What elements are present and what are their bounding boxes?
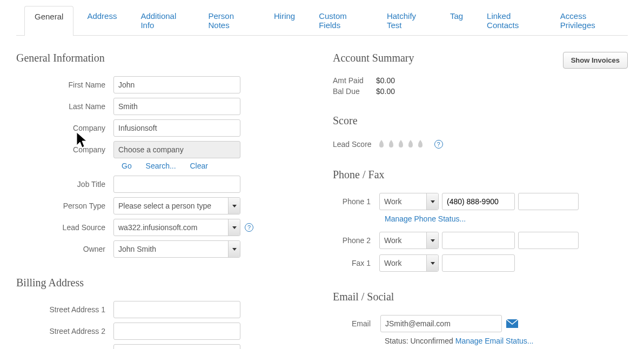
- flame-icon: [416, 139, 425, 150]
- job-title-input[interactable]: [113, 176, 240, 193]
- fax1-type-select[interactable]: Work: [379, 254, 439, 272]
- lead-source-select[interactable]: wa322.infusionsoft.com: [113, 219, 240, 236]
- street2-input[interactable]: [113, 323, 240, 340]
- phone1-type-select[interactable]: Work: [379, 193, 439, 210]
- phone2-input[interactable]: [442, 232, 515, 249]
- amt-paid-value: $0.00: [376, 76, 395, 85]
- company-go-link[interactable]: Go: [122, 162, 132, 170]
- fax1-label: Fax 1: [333, 259, 376, 267]
- amt-paid-label: Amt Paid: [333, 76, 376, 85]
- help-icon[interactable]: ?: [245, 223, 253, 232]
- tabs-bar: General Address Additional Info Person N…: [16, 5, 628, 36]
- email-status-text: Status: Unconfirmed: [385, 337, 455, 345]
- tab-general[interactable]: General: [24, 6, 73, 36]
- first-name-input[interactable]: [113, 76, 240, 93]
- company-picker[interactable]: Choose a company: [113, 141, 240, 158]
- phone1-label: Phone 1: [333, 197, 376, 206]
- billing-heading: Billing Address: [16, 277, 311, 289]
- mail-icon[interactable]: [506, 319, 518, 328]
- lead-score-label: Lead Score: [333, 140, 372, 149]
- fax1-input[interactable]: [442, 254, 515, 272]
- person-type-select[interactable]: Please select a person type: [113, 197, 240, 214]
- street1-input[interactable]: [113, 301, 240, 318]
- tab-tag[interactable]: Tag: [440, 5, 473, 35]
- flame-icon: [406, 139, 415, 150]
- lead-score-flames: [377, 139, 425, 150]
- company-label: Company: [16, 124, 113, 132]
- email-label: Email: [333, 319, 376, 328]
- person-type-label: Person Type: [16, 202, 113, 210]
- email-social-heading: Email / Social: [333, 291, 628, 303]
- tab-access-privileges[interactable]: Access Privileges: [550, 5, 625, 35]
- first-name-label: First Name: [16, 80, 113, 89]
- last-name-input[interactable]: [113, 98, 240, 115]
- account-summary-heading: Account Summary: [333, 52, 414, 64]
- street1-label: Street Address 1: [16, 305, 113, 314]
- tab-custom-fields[interactable]: Custom Fields: [308, 5, 373, 35]
- owner-label: Owner: [16, 245, 113, 253]
- email-input[interactable]: [380, 315, 502, 332]
- phone2-ext-input[interactable]: [518, 232, 579, 249]
- company-picker-text: Choose a company: [118, 145, 184, 154]
- help-icon[interactable]: ?: [434, 140, 443, 149]
- city-input[interactable]: [113, 344, 240, 349]
- flame-icon: [377, 139, 386, 150]
- street2-label: Street Address 2: [16, 327, 113, 335]
- tab-person-notes[interactable]: Person Notes: [198, 5, 260, 35]
- flame-icon: [387, 139, 395, 150]
- score-heading: Score: [333, 115, 628, 127]
- tab-hatchify-test[interactable]: Hatchify Test: [377, 5, 437, 35]
- show-invoices-button[interactable]: Show Invoices: [563, 52, 628, 69]
- owner-select[interactable]: John Smith: [113, 240, 240, 258]
- tab-address[interactable]: Address: [77, 5, 127, 35]
- manage-phone-status-link[interactable]: Manage Phone Status...: [385, 214, 466, 223]
- company-input[interactable]: [113, 119, 240, 137]
- job-title-label: Job Title: [16, 180, 113, 189]
- phone1-ext-input[interactable]: [518, 193, 579, 210]
- phone1-input[interactable]: [442, 193, 515, 210]
- company-clear-link[interactable]: Clear: [190, 162, 208, 170]
- bal-due-label: Bal Due: [333, 87, 376, 96]
- tab-hiring[interactable]: Hiring: [264, 5, 305, 35]
- tab-additional-info[interactable]: Additional Info: [130, 5, 194, 35]
- phone2-label: Phone 2: [333, 236, 376, 245]
- company-picker-label: Company: [16, 145, 113, 154]
- last-name-label: Last Name: [16, 102, 113, 111]
- general-heading: General Information: [16, 52, 311, 64]
- phone-fax-heading: Phone / Fax: [333, 169, 628, 181]
- company-search-link[interactable]: Search...: [146, 162, 176, 170]
- flame-icon: [397, 139, 405, 150]
- lead-source-label: Lead Source: [16, 223, 113, 232]
- bal-due-value: $0.00: [376, 87, 395, 96]
- manage-email-status-link[interactable]: Manage Email Status...: [455, 337, 534, 345]
- tab-linked-contacts[interactable]: Linked Contacts: [477, 5, 547, 35]
- phone2-type-select[interactable]: Work: [379, 232, 439, 249]
